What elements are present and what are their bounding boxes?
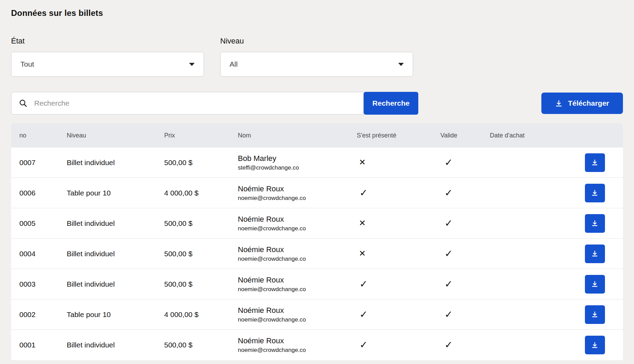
cell-nom: Noémie Roux noemie@crowdchange.co (238, 184, 357, 202)
search-input[interactable] (11, 92, 364, 115)
download-all-button[interactable]: Télécharger (541, 93, 623, 114)
download-all-label: Télécharger (568, 99, 609, 107)
tickets-table: no Niveau Prix Nom S'est présenté Valide… (11, 123, 623, 360)
cell-nom: Noémie Roux noemie@crowdchange.co (238, 276, 357, 293)
cell-nom: Noémie Roux noemie@crowdchange.co (238, 336, 357, 354)
check-icon: ✓ (440, 309, 453, 320)
ticket-holder-name: Noémie Roux (238, 215, 357, 224)
chevron-down-icon (189, 63, 195, 66)
cell-no: 0004 (19, 250, 67, 258)
cell-no: 0005 (19, 219, 67, 228)
cross-icon: ✕ (357, 157, 366, 167)
niveau-label: Niveau (220, 37, 413, 46)
table-row: 0001 Billet individuel 500,00 $ Noémie R… (11, 330, 623, 360)
table-row: 0002 Table pour 10 4 000,00 $ Noémie Rou… (11, 299, 623, 330)
cell-presente: ✓ (357, 279, 440, 289)
column-header-valide: Valide (440, 132, 490, 139)
cell-nom: Bob Marley steffi@crowdchange.co (238, 154, 357, 171)
cell-no: 0001 (19, 341, 67, 349)
table-header-row: no Niveau Prix Nom S'est présenté Valide… (11, 123, 623, 147)
cell-no: 0002 (19, 310, 67, 319)
check-icon: ✓ (357, 279, 367, 289)
cell-actions (567, 153, 623, 172)
search-button[interactable]: Recherche (364, 92, 418, 115)
etat-select[interactable]: Tout (11, 52, 204, 77)
ticket-holder-email: noemie@crowdchange.co (238, 225, 357, 232)
cell-niveau: Billet individuel (67, 159, 164, 167)
download-icon (591, 220, 598, 227)
ticket-holder-name: Noémie Roux (238, 306, 357, 315)
row-download-button[interactable] (585, 214, 605, 233)
filters-row: État Tout Niveau All (11, 37, 623, 77)
cell-prix: 500,00 $ (164, 280, 238, 288)
column-header-prix: Prix (164, 132, 238, 139)
ticket-holder-email: noemie@crowdchange.co (238, 347, 357, 354)
table-body: 0007 Billet individuel 500,00 $ Bob Marl… (11, 147, 623, 360)
column-header-niveau: Niveau (67, 132, 164, 139)
download-icon (591, 342, 598, 348)
row-download-button[interactable] (585, 153, 605, 172)
cell-presente: ✕ (357, 249, 440, 258)
cell-presente: ✓ (357, 188, 440, 198)
cell-prix: 4 000,00 $ (164, 189, 238, 197)
niveau-select-value: All (230, 60, 237, 68)
cell-prix: 500,00 $ (164, 159, 238, 167)
cell-nom: Noémie Roux noemie@crowdchange.co (238, 215, 357, 232)
ticket-holder-email: steffi@crowdchange.co (238, 164, 357, 171)
table-row: 0004 Billet individuel 500,00 $ Noémie R… (11, 239, 623, 269)
cell-actions (567, 184, 623, 202)
cell-actions (567, 336, 623, 354)
cell-presente: ✕ (357, 219, 440, 228)
cell-valide: ✓ (440, 279, 490, 289)
cell-no: 0003 (19, 280, 67, 288)
niveau-select[interactable]: All (220, 52, 413, 77)
etat-label: État (11, 37, 204, 46)
search-icon (19, 99, 28, 108)
ticket-holder-email: noemie@crowdchange.co (238, 316, 357, 323)
cell-actions (567, 275, 623, 294)
table-row: 0003 Billet individuel 500,00 $ Noémie R… (11, 269, 623, 299)
check-icon: ✓ (440, 218, 453, 229)
cell-niveau: Billet individuel (67, 280, 164, 288)
ticket-holder-email: noemie@crowdchange.co (238, 195, 357, 202)
ticket-holder-name: Noémie Roux (238, 245, 357, 254)
cell-presente: ✓ (357, 310, 440, 319)
check-icon: ✓ (440, 279, 453, 289)
cross-icon: ✕ (357, 249, 366, 258)
row-download-button[interactable] (585, 336, 605, 354)
ticket-holder-email: noemie@crowdchange.co (238, 256, 357, 262)
row-download-button[interactable] (585, 245, 605, 263)
check-icon: ✓ (357, 339, 367, 350)
cell-valide: ✓ (440, 310, 490, 319)
column-header-no: no (19, 132, 67, 139)
cell-niveau: Billet individuel (67, 250, 164, 258)
check-icon: ✓ (440, 248, 453, 259)
cell-valide: ✓ (440, 219, 490, 228)
cell-no: 0006 (19, 189, 67, 197)
row-download-button[interactable] (585, 184, 605, 202)
table-row: 0005 Billet individuel 500,00 $ Noémie R… (11, 208, 623, 239)
cell-actions (567, 305, 623, 324)
column-header-nom: Nom (238, 132, 357, 139)
search-field-wrap (11, 92, 364, 115)
download-icon (591, 190, 598, 196)
cell-prix: 500,00 $ (164, 341, 238, 349)
download-icon (591, 250, 598, 257)
cell-presente: ✓ (357, 340, 440, 350)
check-icon: ✓ (357, 188, 367, 198)
cell-niveau: Billet individuel (67, 341, 164, 349)
row-download-button[interactable] (585, 305, 605, 324)
check-icon: ✓ (440, 188, 453, 198)
cell-niveau: Billet individuel (67, 219, 164, 228)
download-icon (591, 159, 598, 166)
check-icon: ✓ (440, 157, 453, 168)
ticket-holder-name: Noémie Roux (238, 276, 357, 285)
cell-niveau: Table pour 10 (67, 310, 164, 319)
cell-prix: 500,00 $ (164, 219, 238, 228)
row-download-button[interactable] (585, 275, 605, 294)
cell-presente: ✕ (357, 158, 440, 167)
cell-valide: ✓ (440, 340, 490, 350)
search-row: Recherche Télécharger (11, 92, 623, 115)
table-row: 0007 Billet individuel 500,00 $ Bob Marl… (11, 147, 623, 178)
download-icon (591, 311, 598, 318)
